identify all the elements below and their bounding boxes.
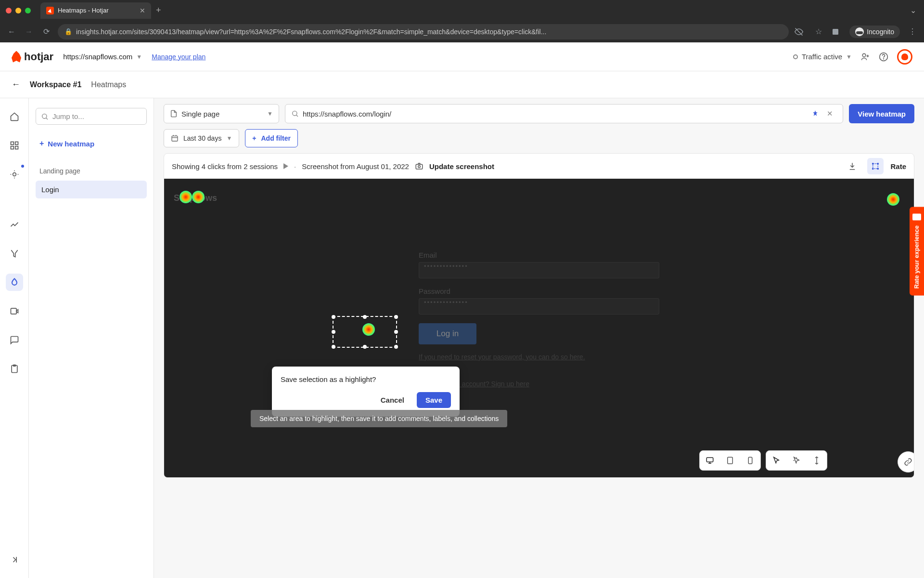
desktop-icon[interactable] bbox=[700, 450, 720, 471]
search-placeholder: Jump to... bbox=[52, 112, 84, 120]
scroll-map-icon[interactable] bbox=[807, 450, 827, 471]
rate-button[interactable]: Rate bbox=[890, 162, 906, 171]
highlights-icon[interactable] bbox=[6, 166, 23, 183]
highlight-tool-icon[interactable] bbox=[867, 158, 884, 174]
page-mode-label: Single page bbox=[181, 110, 219, 118]
svg-point-26 bbox=[418, 166, 421, 168]
dashboard-icon[interactable] bbox=[6, 137, 23, 154]
resize-handle[interactable] bbox=[394, 345, 398, 349]
site-selector[interactable]: https://snapflows.com ▼ bbox=[63, 53, 142, 61]
resize-handle[interactable] bbox=[394, 330, 398, 334]
window-controls[interactable] bbox=[6, 8, 31, 13]
minimize-window-icon[interactable] bbox=[15, 8, 21, 13]
download-icon[interactable] bbox=[844, 158, 860, 174]
invite-user-icon[interactable] bbox=[860, 52, 870, 62]
add-filter-button[interactable]: + Add filter bbox=[245, 129, 298, 147]
heatmaps-icon[interactable] bbox=[6, 274, 23, 291]
hotjar-logo[interactable]: hotjar bbox=[12, 51, 53, 63]
rate-experience-tab[interactable]: Rate your experience bbox=[910, 207, 924, 296]
eye-off-icon[interactable] bbox=[795, 27, 806, 36]
target-url-text: https://snapflows.com/login/ bbox=[303, 110, 808, 118]
new-heatmap-button[interactable]: + New heatmap bbox=[36, 134, 147, 153]
recordings-icon[interactable] bbox=[6, 302, 23, 320]
extensions-icon[interactable] bbox=[831, 27, 843, 36]
icon-rail bbox=[0, 98, 29, 578]
add-filter-label: Add filter bbox=[261, 134, 290, 142]
close-tab-icon[interactable]: ✕ bbox=[140, 7, 145, 14]
tabs-dropdown-icon[interactable]: ⌄ bbox=[910, 6, 916, 15]
incognito-icon bbox=[855, 27, 864, 36]
trends-icon[interactable] bbox=[6, 216, 23, 233]
close-window-icon[interactable] bbox=[6, 8, 12, 13]
move-map-icon[interactable] bbox=[786, 450, 807, 471]
tab-bar: Heatmaps - Hotjar ✕ + ⌄ bbox=[0, 0, 924, 21]
date-range-select[interactable]: Last 30 days ▼ bbox=[164, 129, 239, 147]
sidebar-item-login[interactable]: Login bbox=[36, 181, 147, 198]
new-tab-button[interactable]: + bbox=[156, 5, 161, 15]
search-input[interactable]: Jump to... bbox=[36, 108, 147, 125]
surveys-icon[interactable] bbox=[6, 360, 23, 378]
svg-rect-8 bbox=[15, 142, 18, 145]
url-input[interactable]: 🔒 insights.hotjar.com/sites/3090413/heat… bbox=[58, 24, 789, 39]
resize-handle[interactable] bbox=[332, 315, 335, 319]
manage-plan-link[interactable]: Manage your plan bbox=[152, 53, 205, 61]
plus-icon: + bbox=[252, 134, 256, 142]
svg-rect-7 bbox=[11, 142, 13, 145]
search-icon bbox=[41, 113, 49, 120]
maximize-window-icon[interactable] bbox=[25, 8, 31, 13]
traffic-status[interactable]: Traffic active ▼ bbox=[793, 53, 852, 61]
resize-handle[interactable] bbox=[394, 315, 398, 319]
feedback-icon[interactable] bbox=[6, 331, 23, 349]
calendar-icon bbox=[171, 134, 179, 142]
traffic-dot-icon bbox=[793, 54, 798, 59]
browser-tab[interactable]: Heatmaps - Hotjar ✕ bbox=[40, 2, 151, 19]
svg-point-30 bbox=[873, 168, 873, 169]
resize-handle[interactable] bbox=[363, 345, 367, 349]
resize-handle[interactable] bbox=[332, 345, 335, 349]
back-icon[interactable]: ← bbox=[6, 27, 17, 36]
home-icon[interactable] bbox=[6, 108, 23, 125]
resize-handle[interactable] bbox=[363, 315, 367, 319]
save-button[interactable]: Save bbox=[417, 392, 451, 408]
star-icon[interactable]: ☆ bbox=[813, 27, 824, 36]
heat-spot bbox=[887, 193, 899, 206]
pin-icon[interactable] bbox=[811, 110, 819, 118]
update-screenshot-link[interactable]: Update screenshot bbox=[429, 162, 494, 171]
cancel-button[interactable]: Cancel bbox=[374, 392, 411, 408]
separator: · bbox=[294, 162, 296, 171]
back-arrow-icon[interactable]: ← bbox=[12, 79, 20, 90]
clear-icon[interactable]: ✕ bbox=[827, 109, 833, 118]
tablet-icon[interactable] bbox=[720, 450, 740, 471]
breadcrumb-workspace[interactable]: Workspace #1 bbox=[30, 80, 81, 89]
resize-handle[interactable] bbox=[332, 330, 335, 334]
site-url: https://snapflows.com bbox=[63, 53, 132, 61]
browser-chrome: Heatmaps - Hotjar ✕ + ⌄ ← → ⟳ 🔒 insights… bbox=[0, 0, 924, 42]
funnels-icon[interactable] bbox=[6, 245, 23, 262]
view-heatmap-button[interactable]: View heatmap bbox=[849, 104, 914, 123]
mobile-icon[interactable] bbox=[740, 450, 760, 471]
target-url-input[interactable]: https://snapflows.com/login/ ✕ bbox=[285, 104, 843, 123]
user-avatar[interactable] bbox=[897, 49, 912, 65]
summary-text: Showing 4 clicks from 2 sessions bbox=[172, 162, 278, 171]
heatmap-viewport[interactable]: Snapflows Email •••••••••••••• Password … bbox=[164, 179, 914, 477]
popup-title: Save selection as a highlight? bbox=[281, 375, 451, 383]
heat-spot bbox=[180, 191, 192, 203]
svg-rect-35 bbox=[728, 457, 733, 464]
svg-point-19 bbox=[293, 111, 297, 116]
save-highlight-popup: Save selection as a highlight? Cancel Sa… bbox=[272, 367, 460, 417]
svg-line-20 bbox=[296, 115, 298, 117]
document-icon bbox=[170, 110, 178, 118]
incognito-badge[interactable]: Incognito bbox=[849, 26, 900, 38]
help-icon[interactable] bbox=[879, 52, 888, 62]
play-icon[interactable] bbox=[283, 163, 288, 169]
heatmap-card: Showing 4 clicks from 2 sessions · Scree… bbox=[164, 153, 914, 478]
reload-icon[interactable]: ⟳ bbox=[40, 27, 52, 36]
inbox-icon bbox=[912, 214, 921, 221]
click-map-icon[interactable] bbox=[766, 450, 786, 471]
page-mode-select[interactable]: Single page ▼ bbox=[164, 104, 279, 123]
breadcrumb-page: Heatmaps bbox=[91, 80, 126, 89]
kebab-menu-icon[interactable]: ⋮ bbox=[907, 27, 918, 36]
collapse-rail-icon[interactable] bbox=[6, 551, 23, 568]
highlight-selection[interactable] bbox=[333, 316, 397, 348]
forward-icon: → bbox=[23, 27, 35, 36]
